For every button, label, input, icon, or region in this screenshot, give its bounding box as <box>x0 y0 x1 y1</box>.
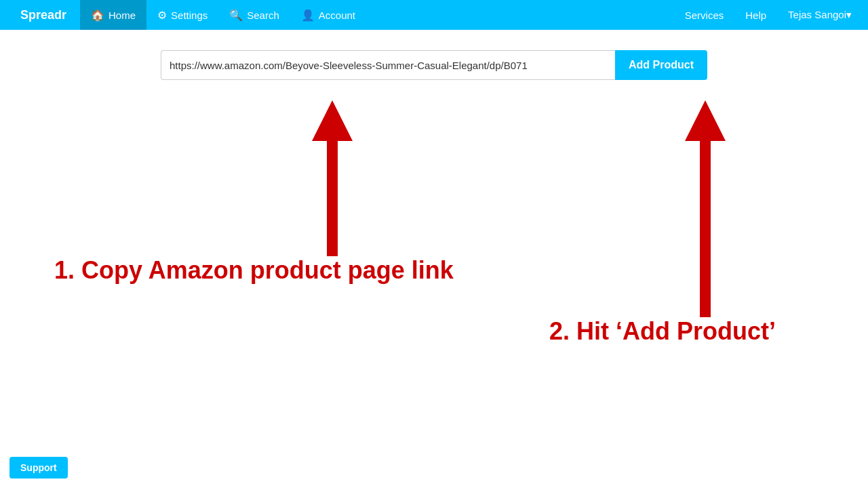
brand[interactable]: Spreadr <box>7 0 80 30</box>
nav-search-label: Search <box>247 9 279 21</box>
nav-account-label: Account <box>319 9 355 21</box>
nav-settings[interactable]: ⚙ Settings <box>146 0 218 30</box>
step1-instruction: 1. Copy Amazon product page link <box>54 256 454 285</box>
svg-marker-0 <box>312 100 353 256</box>
arrow1 <box>312 100 353 256</box>
nav-help[interactable]: Help <box>736 0 776 30</box>
nav-home-label: Home <box>108 9 136 21</box>
arrow2 <box>685 100 726 320</box>
url-input[interactable] <box>161 50 615 80</box>
nav-services[interactable]: Services <box>675 0 734 30</box>
add-product-button[interactable]: Add Product <box>615 50 707 80</box>
url-area: Add Product <box>0 50 868 80</box>
nav-settings-label: Settings <box>171 9 208 21</box>
nav-user[interactable]: Tejas Sangoi▾ <box>778 0 861 30</box>
step2-instruction: 2. Hit ‘Add Product’ <box>549 317 776 346</box>
support-button[interactable]: Support <box>9 457 68 479</box>
nav-right: Services Help Tejas Sangoi▾ <box>675 0 861 30</box>
navbar: Spreadr 🏠 Home ⚙ Settings 🔍 Search 👤 Acc… <box>0 0 868 30</box>
nav-search[interactable]: 🔍 Search <box>218 0 290 30</box>
search-icon: 🔍 <box>229 9 243 22</box>
account-icon: 👤 <box>301 9 315 22</box>
nav-home[interactable]: 🏠 Home <box>80 0 146 30</box>
settings-icon: ⚙ <box>157 9 167 22</box>
home-icon: 🏠 <box>91 9 104 22</box>
instructions-area: 1. Copy Amazon product page link 2. Hit … <box>0 94 868 365</box>
svg-marker-1 <box>685 100 726 317</box>
nav-account[interactable]: 👤 Account <box>290 0 366 30</box>
